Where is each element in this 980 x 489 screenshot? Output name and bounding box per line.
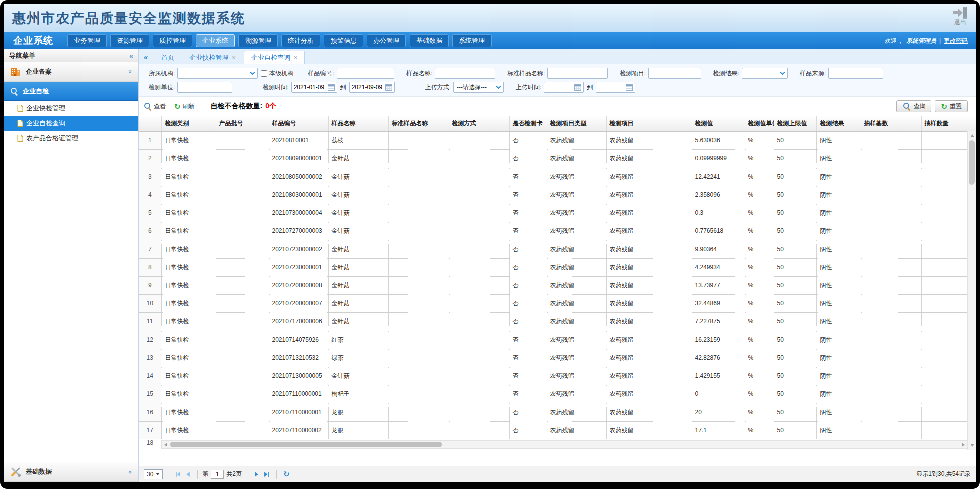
calendar-icon[interactable] bbox=[574, 84, 581, 91]
sidebar-collapse-icon[interactable]: « bbox=[129, 52, 133, 60]
tab-close-icon[interactable]: × bbox=[232, 54, 236, 61]
v-scroll-thumb[interactable] bbox=[969, 140, 975, 185]
upload-method-select[interactable]: ---请选择--- bbox=[453, 82, 504, 93]
magnifier-icon bbox=[10, 87, 18, 95]
reset-button[interactable]: ↻ 重置 bbox=[935, 100, 968, 112]
column-header-13[interactable]: 检测结果 bbox=[816, 116, 861, 131]
nav-item-1[interactable]: 资源管理 bbox=[110, 34, 149, 47]
table-row[interactable]: 3日常快检202108050000002金针菇否农药残留农药残留12.42241… bbox=[139, 168, 976, 186]
nav-item-2[interactable]: 质控管理 bbox=[153, 34, 192, 47]
cell bbox=[216, 331, 269, 349]
table-row[interactable]: 10日常快检202107200000007金针菇否农药残留农药残留32.4486… bbox=[139, 294, 976, 312]
tab-0[interactable]: 首页 bbox=[154, 51, 181, 64]
table-row[interactable]: 8日常快检202107230000001金针菇否农药残留农药残留4.249934… bbox=[139, 258, 976, 276]
sidebar-group-base-data[interactable]: 基础数据 » bbox=[4, 462, 138, 482]
table-row[interactable]: 7日常快检202107230000002金针菇否农药残留农药残留9.90364%… bbox=[139, 240, 976, 258]
horizontal-scrollbar[interactable] bbox=[161, 440, 967, 449]
table-row[interactable]: 17日常快检202107110000002龙眼否农药残留农药残留17.1%50阴… bbox=[139, 421, 976, 439]
test-time-to-input[interactable] bbox=[352, 84, 384, 91]
fail-count-value[interactable]: 0个 bbox=[265, 102, 276, 111]
sample-no-input[interactable] bbox=[337, 68, 394, 79]
sidebar-group-company-record[interactable]: 企业备案 » bbox=[4, 62, 138, 82]
calendar-icon[interactable] bbox=[385, 84, 392, 91]
table-row[interactable]: 12日常快检20210714075926红茶否农药残留农药残留16.23159%… bbox=[139, 331, 976, 349]
table-row[interactable]: 2日常快检202108090000001金针菇否农药残留农药残留0.099999… bbox=[139, 149, 976, 168]
pager-refresh-button[interactable]: ↻ bbox=[283, 470, 290, 478]
pager-first-button[interactable] bbox=[175, 471, 181, 477]
tab-close-icon[interactable]: × bbox=[294, 54, 298, 61]
vertical-scrollbar[interactable] bbox=[967, 131, 976, 450]
sidebar-item-2[interactable]: 农产品合格证管理 bbox=[4, 131, 138, 146]
pager-next-button[interactable] bbox=[254, 471, 260, 477]
table-row[interactable]: 14日常快检202107130000005金针菇否农药残留农药残留1.42915… bbox=[139, 367, 976, 385]
nav-item-7[interactable]: 办公管理 bbox=[367, 34, 406, 47]
table-row[interactable]: 4日常快检202108030000001金针菇否农药残留农药残留2.358096… bbox=[139, 186, 976, 204]
nav-item-8[interactable]: 基础数据 bbox=[410, 34, 449, 47]
table-row[interactable]: 1日常快检20210810001荔枝否农药残留农药残留5.630036%50阴性 bbox=[139, 131, 976, 149]
nav-item-9[interactable]: 系统管理 bbox=[452, 34, 492, 47]
cell: 阴性 bbox=[816, 186, 861, 204]
std-sample-name-input[interactable] bbox=[547, 68, 608, 79]
sample-name-input[interactable] bbox=[435, 68, 495, 79]
page-size-select[interactable]: 30 bbox=[144, 469, 163, 479]
scroll-down-icon[interactable] bbox=[970, 444, 974, 447]
upload-time-to-input[interactable] bbox=[598, 84, 624, 91]
test-unit-input[interactable] bbox=[177, 82, 232, 93]
tab-1[interactable]: 企业快检管理× bbox=[182, 51, 243, 64]
column-header-14[interactable]: 抽样基数 bbox=[861, 116, 921, 131]
window-frame: 惠州市农产品质量安全监测数据系统 退出 企业系统 业务管理资源管理质控管理企业系… bbox=[0, 0, 980, 489]
column-header-12[interactable]: 检测上限值 bbox=[774, 116, 816, 131]
test-time-from-input[interactable] bbox=[294, 84, 326, 91]
page-input[interactable] bbox=[211, 470, 224, 479]
table-row[interactable]: 9日常快检202107200000008金针菇否农药残留农药残留13.73977… bbox=[139, 276, 976, 294]
column-header-8[interactable]: 检测项目类型 bbox=[547, 116, 606, 131]
table-row[interactable]: 13日常快检20210713210532绿茶否农药残留农药残留42.82876%… bbox=[139, 349, 976, 367]
column-header-1[interactable]: 检测类别 bbox=[161, 116, 216, 131]
table-row[interactable]: 5日常快检202107300000004金针菇否农药残留农药残留0.3%50阴性 bbox=[139, 204, 976, 222]
view-button[interactable]: 查看 bbox=[144, 102, 166, 111]
column-header-10[interactable]: 检测值 bbox=[692, 116, 745, 131]
table-row[interactable]: 6日常快检202107270000003金针菇否农药残留农药残留0.776561… bbox=[139, 222, 976, 240]
calendar-icon[interactable] bbox=[626, 84, 633, 91]
nav-item-0[interactable]: 业务管理 bbox=[67, 34, 107, 47]
sample-source-input[interactable] bbox=[828, 68, 883, 79]
org-select[interactable] bbox=[177, 68, 258, 79]
nav-item-5[interactable]: 统计分析 bbox=[281, 34, 320, 47]
tabs-collapse-icon[interactable]: « bbox=[144, 53, 148, 61]
query-button[interactable]: 查询 bbox=[896, 100, 931, 112]
tab-2[interactable]: 企业自检查询× bbox=[244, 51, 305, 64]
test-result-select[interactable] bbox=[742, 68, 788, 79]
nav-item-6[interactable]: 预警信息 bbox=[324, 34, 363, 47]
scroll-up-icon[interactable] bbox=[970, 134, 974, 137]
change-password-link[interactable]: 更改密码 bbox=[944, 37, 968, 45]
column-header-0[interactable] bbox=[139, 116, 161, 131]
table-row[interactable]: 11日常快检202107170000006金针菇否农药残留农药残留7.22787… bbox=[139, 312, 976, 331]
scroll-left-icon[interactable] bbox=[164, 443, 167, 447]
refresh-button[interactable]: ↻ 刷新 bbox=[174, 102, 195, 111]
column-header-9[interactable]: 检测项目 bbox=[606, 116, 692, 131]
column-header-3[interactable]: 样品编号 bbox=[269, 116, 328, 131]
column-header-6[interactable]: 检测方式 bbox=[449, 116, 509, 131]
upload-time-from-input[interactable] bbox=[546, 84, 573, 91]
table-row[interactable]: 15日常快检202107110000001枸杞子否农药残留农药残留0%50阴性 bbox=[139, 385, 976, 403]
column-header-2[interactable]: 产品批号 bbox=[216, 116, 269, 131]
scroll-right-icon[interactable] bbox=[962, 443, 965, 447]
test-item-input[interactable] bbox=[648, 68, 701, 79]
sidebar-group-self-check[interactable]: 企业自检 bbox=[4, 82, 138, 101]
column-header-15[interactable]: 抽样数量 bbox=[921, 116, 976, 131]
pager-prev-button[interactable] bbox=[185, 471, 191, 477]
column-header-4[interactable]: 样品名称 bbox=[328, 116, 388, 131]
nav-item-4[interactable]: 溯源管理 bbox=[238, 34, 278, 47]
logout-button[interactable]: 退出 bbox=[953, 7, 968, 26]
column-header-5[interactable]: 标准样品名称 bbox=[388, 116, 449, 131]
sidebar-item-1[interactable]: 企业自检查询 bbox=[4, 116, 138, 131]
column-header-11[interactable]: 检测值单位 bbox=[745, 116, 774, 131]
pager-last-button[interactable] bbox=[264, 471, 270, 477]
h-scroll-thumb[interactable] bbox=[170, 442, 442, 447]
calendar-icon[interactable] bbox=[328, 84, 335, 91]
table-row[interactable]: 16日常快检202107110000001龙眼否农药残留农药残留20%50阴性 bbox=[139, 403, 976, 421]
nav-item-3[interactable]: 企业系统 bbox=[196, 34, 235, 47]
column-header-7[interactable]: 是否检测卡 bbox=[509, 116, 547, 131]
local-org-checkbox[interactable] bbox=[261, 70, 267, 77]
sidebar-item-0[interactable]: 企业快检管理 bbox=[4, 101, 138, 116]
